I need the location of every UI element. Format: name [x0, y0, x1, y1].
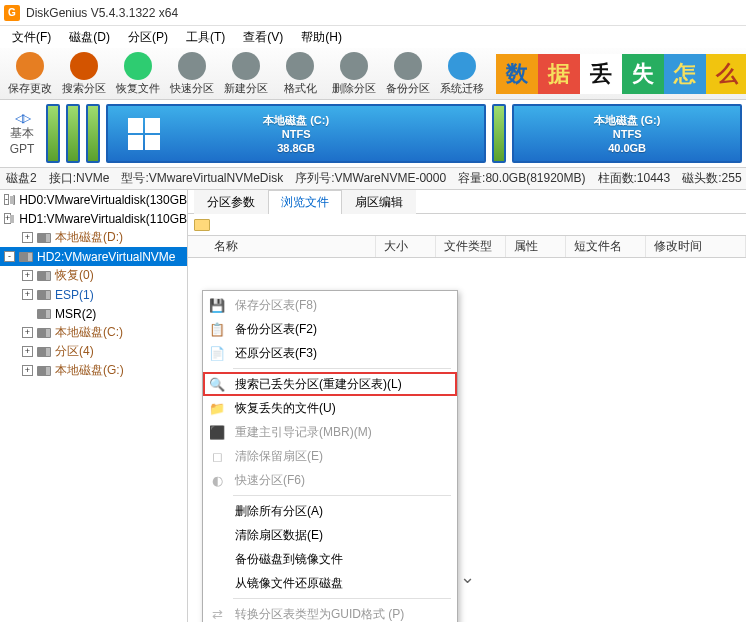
disk-info-bar: 磁盘2 接口:NVMe 型号:VMwareVirtualNVMeDisk 序列号…	[0, 168, 746, 190]
tree-row[interactable]: +ESP(1)	[0, 285, 187, 304]
tool-migrate-icon[interactable]: 系统迁移	[436, 50, 488, 98]
context-label: 保存分区表(F8)	[235, 297, 317, 314]
tool-label: 保存更改	[8, 81, 52, 96]
context-label: 重建主引导记录(MBR)(M)	[235, 424, 372, 441]
hdd-icon	[37, 233, 51, 243]
search-icon: 🔍	[207, 374, 227, 394]
tree-toggle-icon[interactable]: +	[22, 327, 33, 338]
menu-item[interactable]: 磁盘(D)	[61, 27, 118, 48]
blank-icon	[207, 573, 227, 593]
tree-row[interactable]: +本地磁盘(G:)	[0, 361, 187, 380]
context-item[interactable]: 📄还原分区表(F3)	[203, 341, 457, 365]
column-header[interactable]: 属性	[506, 236, 566, 257]
tool-new-part-icon[interactable]: 新建分区	[220, 50, 272, 98]
context-item[interactable]: 🔍搜索已丢失分区(重建分区表)(L)	[203, 372, 457, 396]
backup-icon	[394, 52, 422, 80]
menu-item[interactable]: 文件(F)	[4, 27, 59, 48]
context-label: 从镜像文件还原磁盘	[235, 575, 343, 592]
partition-system[interactable]	[86, 104, 100, 163]
context-label: 快速分区(F6)	[235, 472, 305, 489]
partition-system[interactable]	[46, 104, 60, 163]
tool-label: 备份分区	[386, 81, 430, 96]
tree-row[interactable]: -HD2:VMwareVirtualNVMe	[0, 247, 187, 266]
menu-item[interactable]: 查看(V)	[235, 27, 291, 48]
tree-row[interactable]: +HD1:VMwareVirtualdisk(110GB	[0, 209, 187, 228]
tree-row[interactable]: +分区(4)	[0, 342, 187, 361]
disk-tree[interactable]: -HD0:VMwareVirtualdisk(130GB+HD1:VMwareV…	[0, 190, 188, 622]
tab[interactable]: 浏览文件	[268, 190, 342, 214]
tool-search-icon[interactable]: 搜索分区	[58, 50, 110, 98]
tab[interactable]: 分区参数	[194, 190, 268, 214]
list-header[interactable]: 名称大小文件类型属性短文件名修改时间	[188, 236, 746, 258]
tool-save-icon[interactable]: 保存更改	[4, 50, 56, 98]
context-item[interactable]: 📁恢复丢失的文件(U)	[203, 396, 457, 420]
blank-icon	[207, 525, 227, 545]
tool-delete-icon[interactable]: 删除分区	[328, 50, 380, 98]
context-item[interactable]: 从镜像文件还原磁盘	[203, 571, 457, 595]
partition-g[interactable]: 本地磁盘 (G:) NTFS 40.0GB	[512, 104, 742, 163]
titlebar: G DiskGenius V5.4.3.1322 x64	[0, 0, 746, 26]
context-label: 删除所有分区(A)	[235, 503, 323, 520]
tool-quick-part-icon[interactable]: 快速分区	[166, 50, 218, 98]
tree-row[interactable]: -HD0:VMwareVirtualdisk(130GB	[0, 190, 187, 209]
search-icon	[70, 52, 98, 80]
hdd-icon	[37, 290, 51, 300]
hdd-icon	[37, 309, 51, 319]
context-item[interactable]: 备份磁盘到镜像文件	[203, 547, 457, 571]
column-header[interactable]: 文件类型	[436, 236, 506, 257]
column-header[interactable]: 修改时间	[646, 236, 746, 257]
tree-toggle-icon[interactable]: -	[4, 251, 15, 262]
column-header[interactable]: 短文件名	[566, 236, 646, 257]
hdd-icon	[19, 252, 33, 262]
menu-separator	[233, 598, 451, 599]
tree-label: 本地磁盘(G:)	[55, 362, 124, 379]
context-label: 搜索已丢失分区(重建分区表)(L)	[235, 376, 402, 393]
promo-char: 么	[706, 54, 746, 94]
context-item: 💾保存分区表(F8)	[203, 293, 457, 317]
tool-recover-icon[interactable]: 恢复文件	[112, 50, 164, 98]
menubar: 文件(F)磁盘(D)分区(P)工具(T)查看(V)帮助(H)	[0, 26, 746, 48]
promo-banner[interactable]: 数据丢失怎么办	[496, 54, 746, 94]
path-bar[interactable]	[188, 214, 746, 236]
tree-toggle-icon[interactable]: +	[22, 270, 33, 281]
column-header[interactable]: 大小	[376, 236, 436, 257]
new-part-icon	[232, 52, 260, 80]
promo-char: 数	[496, 54, 538, 94]
column-header[interactable]: 名称	[206, 236, 376, 257]
tab[interactable]: 扇区编辑	[342, 190, 416, 214]
tree-label: HD0:VMwareVirtualdisk(130GB	[19, 193, 187, 207]
disk-type-label: ◁▷ 基本 GPT	[4, 104, 40, 163]
blank-icon	[207, 549, 227, 569]
partition-system[interactable]	[66, 104, 80, 163]
context-label: 清除保留扇区(E)	[235, 448, 323, 465]
tree-toggle-icon[interactable]: -	[4, 194, 9, 205]
context-item[interactable]: 删除所有分区(A)	[203, 499, 457, 523]
menu-item[interactable]: 工具(T)	[178, 27, 233, 48]
chevron-down-icon[interactable]: ⌄	[460, 566, 475, 588]
menu-item[interactable]: 分区(P)	[120, 27, 176, 48]
tree-row[interactable]: MSR(2)	[0, 304, 187, 323]
partition-system[interactable]	[492, 104, 506, 163]
nav-arrows-icon[interactable]: ◁▷	[15, 111, 29, 125]
tool-label: 快速分区	[170, 81, 214, 96]
hdd-icon	[37, 271, 51, 281]
tree-row[interactable]: +恢复(0)	[0, 266, 187, 285]
tree-label: MSR(2)	[55, 307, 96, 321]
quick-part-icon	[178, 52, 206, 80]
context-item[interactable]: 📋备份分区表(F2)	[203, 317, 457, 341]
tree-label: 恢复(0)	[55, 267, 94, 284]
tree-row[interactable]: +本地磁盘(C:)	[0, 323, 187, 342]
tool-format-icon[interactable]: 格式化	[274, 50, 326, 98]
windows-logo-icon	[128, 118, 160, 150]
tool-backup-icon[interactable]: 备份分区	[382, 50, 434, 98]
toolbar: 保存更改搜索分区恢复文件快速分区新建分区格式化删除分区备份分区系统迁移 数据丢失…	[0, 48, 746, 100]
partition-c[interactable]: 本地磁盘 (C:) NTFS 38.8GB	[106, 104, 486, 163]
menu-item[interactable]: 帮助(H)	[293, 27, 350, 48]
clear-icon: ◻	[207, 446, 227, 466]
context-item[interactable]: 清除扇区数据(E)	[203, 523, 457, 547]
tree-row[interactable]: +本地磁盘(D:)	[0, 228, 187, 247]
tree-toggle-icon[interactable]: +	[22, 289, 33, 300]
tree-toggle-icon[interactable]: +	[22, 346, 33, 357]
tree-toggle-icon[interactable]: +	[22, 365, 33, 376]
tree-toggle-icon[interactable]: +	[22, 232, 33, 243]
